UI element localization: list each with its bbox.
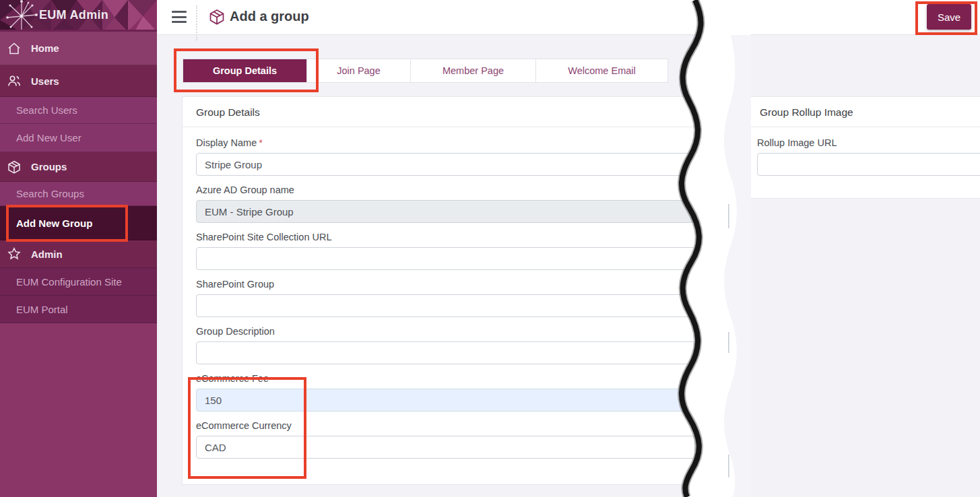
sidebar-header: EUM Admin xyxy=(0,0,157,32)
sidebar-item-eum-portal[interactable]: EUM Portal xyxy=(0,296,157,323)
tab-join-page[interactable]: Join Page xyxy=(307,59,411,82)
sharepoint-site-collection-url-input[interactable] xyxy=(196,247,695,270)
sidebar-item-groups[interactable]: Groups xyxy=(0,152,157,182)
ecommerce-currency-input[interactable] xyxy=(196,436,695,459)
field-group-description: Group Description xyxy=(196,326,695,364)
sidebar-item-home[interactable]: Home xyxy=(0,32,157,65)
group-details-card: Group Details Display Name* Azure AD Gro… xyxy=(182,96,709,485)
sidebar-item-label: Home xyxy=(31,42,59,54)
home-icon xyxy=(7,41,22,56)
sidebar-item-label: Groups xyxy=(31,161,67,172)
sidebar-item-add-new-group[interactable]: Add New Group xyxy=(0,206,157,240)
sidebar-item-label: Add New Group xyxy=(16,218,92,229)
tab-member-page[interactable]: Member Page xyxy=(411,59,536,82)
sidebar-item-users[interactable]: Users xyxy=(0,65,157,97)
sidebar-item-admin[interactable]: Admin xyxy=(0,240,157,268)
azure-ad-group-name-input xyxy=(196,200,695,223)
starburst-logo-icon xyxy=(1,0,42,32)
app-brand: EUM Admin xyxy=(39,8,108,22)
field-label: eCommerce Currency xyxy=(196,420,695,431)
tab-group-details[interactable]: Group Details xyxy=(183,59,307,82)
page-title: Add a group xyxy=(230,9,309,24)
tab-bar: Group Details Join Page Member Page Welc… xyxy=(183,59,668,83)
required-asterisk: * xyxy=(259,137,263,148)
sidebar-item-label: Search Users xyxy=(16,104,77,116)
sidebar-item-add-new-user[interactable]: Add New User xyxy=(0,124,157,152)
sidebar: EUM Admin Home Users Search Users Add Ne… xyxy=(0,0,157,497)
display-name-input[interactable] xyxy=(196,153,695,176)
sidebar-item-search-groups[interactable]: Search Groups xyxy=(0,182,157,206)
users-icon xyxy=(7,73,22,88)
package-icon xyxy=(7,160,22,174)
field-label: SharePoint Site Collection URL xyxy=(196,232,695,242)
sidebar-item-label: Add New User xyxy=(16,132,81,143)
field-sharepoint-group: SharePoint Group xyxy=(196,279,695,317)
topbar: Add a group Save xyxy=(157,0,980,35)
card-title: Group Details xyxy=(183,97,709,127)
sidebar-item-label: EUM Configuration Site xyxy=(16,276,122,288)
sidebar-item-label: Users xyxy=(31,75,59,87)
topbar-divider xyxy=(196,5,197,40)
field-label: Azure AD Group name xyxy=(196,185,695,195)
rollup-image-url-input[interactable] xyxy=(757,153,980,176)
tab-welcome-email[interactable]: Welcome Email xyxy=(536,59,667,82)
package-icon xyxy=(208,8,226,26)
field-ecommerce-currency: eCommerce Currency xyxy=(196,420,695,459)
field-label: Display Name xyxy=(196,137,257,148)
group-rollup-image-card: Group Rollup Image Rollup Image URL xyxy=(746,96,980,199)
sidebar-item-label: EUM Portal xyxy=(16,304,68,315)
group-description-input[interactable] xyxy=(196,341,695,364)
field-label: SharePoint Group xyxy=(196,279,695,290)
sharepoint-group-input[interactable] xyxy=(196,294,695,317)
sidebar-item-label: Admin xyxy=(31,249,63,260)
star-icon xyxy=(7,246,22,261)
field-ecommerce-fee: eCommerce Fee xyxy=(196,373,695,411)
hamburger-menu-icon[interactable] xyxy=(172,11,187,23)
eum-admin-window: EUM Admin Home Users Search Users Add Ne… xyxy=(0,0,980,497)
field-label: Group Description xyxy=(196,326,695,337)
sidebar-item-search-users[interactable]: Search Users xyxy=(0,97,157,124)
sidebar-item-eum-configuration-site[interactable]: EUM Configuration Site xyxy=(0,268,157,296)
field-rollup-image-url: Rollup Image URL xyxy=(757,137,980,176)
field-label: eCommerce Fee xyxy=(196,373,695,384)
card-title: Group Rollup Image xyxy=(746,97,980,127)
save-button[interactable]: Save xyxy=(927,4,971,30)
field-sharepoint-site-collection-url: SharePoint Site Collection URL xyxy=(196,232,695,270)
ecommerce-fee-input[interactable] xyxy=(196,389,695,411)
sidebar-item-label: Search Groups xyxy=(16,188,84,199)
field-azure-ad-group-name: Azure AD Group name xyxy=(196,185,695,223)
field-label: Rollup Image URL xyxy=(757,137,980,148)
field-display-name: Display Name* xyxy=(196,137,695,176)
